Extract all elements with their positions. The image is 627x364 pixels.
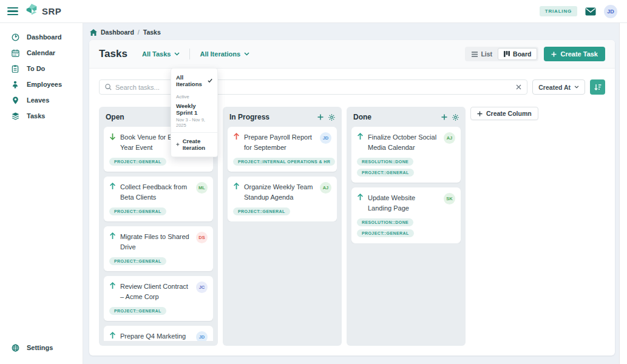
label-badge: PROJECT::GENERAL (109, 158, 166, 166)
sidebar-nav: DashboardCalendarTo DoEmployeesLeavesTas… (0, 29, 83, 124)
column-header: Done (351, 112, 461, 127)
column-cards: Prepare Payroll Report for SeptemberJDPR… (228, 127, 337, 221)
sidebar-item-tasks[interactable]: Tasks (0, 108, 83, 124)
task-title: Update Website Landing Page (368, 193, 439, 213)
sort-direction-button[interactable] (590, 79, 605, 95)
board-view-button[interactable]: Board (498, 48, 537, 60)
badge-row: PROJECT::GENERAL (109, 207, 208, 215)
view-toggle: List Board (465, 47, 538, 61)
sidebar-item-label: To Do (27, 65, 45, 72)
task-card[interactable]: Collect Feedback from Beta ClientsMLPROJ… (104, 177, 213, 221)
column-settings-gear-icon[interactable] (328, 114, 335, 121)
clear-search-icon[interactable] (516, 84, 521, 90)
breadcrumb-separator: / (138, 29, 140, 36)
list-view-button[interactable]: List (466, 49, 498, 59)
priority-arrow-down-icon (109, 133, 116, 140)
all-tasks-dropdown[interactable]: All Tasks (142, 50, 180, 58)
label-badge: PROJECT::GENERAL (109, 257, 166, 265)
sidebar-item-calendar[interactable]: Calendar (0, 45, 83, 61)
task-card[interactable]: Migrate Files to Shared DriveDSPROJECT::… (104, 226, 213, 271)
sidebar-item-label: Settings (27, 344, 53, 351)
assignee-avatar: JC (196, 281, 208, 293)
column-cards: Finalize October Social Media CalendarAJ… (351, 127, 461, 243)
sidebar-item-employees[interactable]: Employees (0, 76, 83, 92)
user-avatar[interactable]: JD (604, 5, 617, 18)
sidebar-item-label: Dashboard (27, 33, 61, 41)
menu-item-create-iteration[interactable]: Create Iteration (171, 133, 217, 155)
task-card[interactable]: Finalize October Social Media CalendarAJ… (351, 127, 461, 183)
priority-arrow-up-icon (233, 133, 240, 140)
hamburger-menu-icon[interactable] (7, 7, 18, 16)
task-card[interactable]: Prepare Q4 Marketing Campaign BriefJDPRO… (104, 326, 213, 341)
header-divider (189, 49, 190, 59)
home-icon[interactable] (90, 29, 97, 36)
priority-arrow-up-icon (357, 194, 364, 201)
add-card-icon[interactable] (441, 114, 447, 120)
tasks-panel: Tasks All Tasks All Iterations List (89, 40, 615, 356)
main-content: Dashboard / Tasks Tasks All Tasks All It… (83, 23, 619, 364)
badge-row: PROJECT::GENERAL (109, 257, 208, 265)
task-card[interactable]: Update Website Landing PageSKRESOLUTION:… (351, 187, 461, 243)
sidebar-item-leaves[interactable]: Leaves (0, 92, 83, 108)
breadcrumb: Dashboard / Tasks (83, 23, 619, 40)
calendar-icon (11, 49, 19, 57)
menu-section-active: Active (171, 91, 217, 101)
column-done: DoneFinalize October Social Media Calend… (347, 107, 466, 346)
task-card[interactable]: Prepare Payroll Report for SeptemberJDPR… (228, 127, 337, 172)
column-title: In Progress (229, 113, 269, 121)
vertical-scrollbar[interactable] (619, 23, 627, 364)
badge-row: RESOLUTION::DONEPROJECT::GENERAL (357, 158, 455, 177)
all-iterations-dropdown[interactable]: All Iterations (200, 50, 249, 58)
plus-icon (477, 111, 483, 116)
search-icon (105, 84, 112, 90)
sidebar-item-to-do[interactable]: To Do (0, 61, 83, 76)
sidebar-item-label: Calendar (27, 49, 55, 56)
priority-arrow-up-icon (109, 183, 116, 190)
sort-field-dropdown[interactable]: Created At (532, 79, 585, 95)
sidebar-item-dashboard[interactable]: Dashboard (0, 29, 83, 45)
chevron-down-icon (574, 86, 579, 89)
task-card[interactable]: Organize Weekly Team Standup AgendaAJPRO… (228, 177, 337, 221)
sidebar-item-settings[interactable]: Settings (0, 340, 83, 356)
menu-item-weekly-sprint[interactable]: Weekly Sprint 1 Nov 3 - Nov 9, 2025 (171, 101, 217, 132)
brand-name: SRP (42, 6, 61, 16)
app-window: SRP TRIALING JD DashboardCalendarTo DoEm… (0, 0, 627, 364)
mail-icon[interactable] (585, 7, 596, 16)
menu-item-all-iterations[interactable]: All Iterations (171, 70, 217, 91)
plus-icon (176, 142, 180, 147)
plus-icon (551, 52, 557, 57)
sidebar-item-label: Leaves (27, 96, 49, 104)
assignee-avatar: DS (196, 232, 208, 243)
label-badge: PROJECT::GENERAL (357, 169, 414, 177)
label-badge: PROJECT::GENERAL (233, 207, 290, 215)
label-badge: RESOLUTION::DONE (357, 158, 413, 166)
breadcrumb-dashboard-link[interactable]: Dashboard (101, 29, 134, 36)
globe-icon (11, 343, 19, 352)
srp-logo-icon (25, 3, 38, 20)
priority-arrow-up-icon (357, 133, 364, 140)
column-header: In Progress (228, 112, 337, 127)
task-title: Migrate Files to Shared Drive (120, 232, 192, 252)
brand-logo: SRP (25, 3, 61, 20)
menu-divider (171, 132, 217, 133)
leaves-icon (11, 96, 19, 104)
label-badge: PROJECT::INTERNAL OPERATIONS & HR (233, 158, 335, 166)
add-card-icon[interactable] (317, 114, 324, 120)
assignee-avatar: JD (196, 331, 208, 341)
assignee-avatar: JD (320, 132, 331, 144)
sidebar-item-label: Tasks (27, 112, 45, 120)
create-column-button[interactable]: Create Column (470, 107, 538, 120)
label-badge: RESOLUTION::DONE (357, 218, 413, 226)
label-badge: PROJECT::GENERAL (109, 207, 166, 215)
task-card[interactable]: Review Client Contract – Acme CorpJCPROJ… (104, 276, 213, 321)
priority-arrow-up-icon (109, 282, 116, 289)
sprint-name: Weekly Sprint 1 (176, 103, 212, 116)
sidebar: DashboardCalendarTo DoEmployeesLeavesTas… (0, 23, 83, 364)
chevron-down-icon (244, 52, 249, 56)
label-badge: PROJECT::GENERAL (357, 229, 414, 237)
trial-status-badge: TRIALING (540, 6, 577, 16)
create-task-button[interactable]: Create Task (544, 47, 605, 61)
search-box (99, 79, 527, 95)
task-title: Prepare Q4 Marketing Campaign Brief (120, 331, 192, 341)
column-settings-gear-icon[interactable] (452, 114, 459, 121)
